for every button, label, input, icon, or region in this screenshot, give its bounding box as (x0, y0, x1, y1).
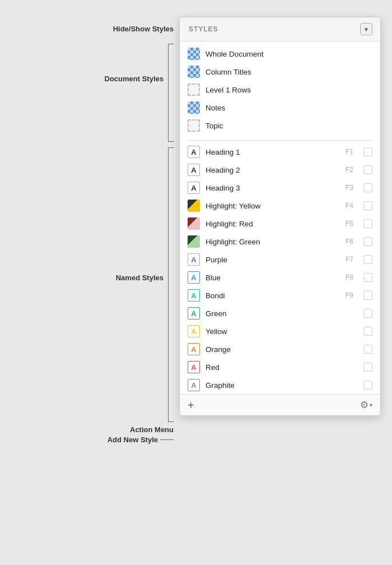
orange-label: Orange (206, 345, 348, 354)
list-item[interactable]: Highlight: Red F5 (180, 215, 380, 233)
list-item[interactable]: A Graphite (180, 376, 380, 394)
red-highlight-icon (188, 217, 200, 230)
highlight-red-checkbox[interactable] (363, 219, 372, 228)
action-menu-label: Action Menu (130, 425, 174, 434)
panel-title: STYLES (189, 25, 218, 33)
blue-checker-icon (188, 66, 200, 78)
highlight-green-shortcut: F6 (346, 238, 353, 246)
notes-icon (188, 101, 200, 114)
highlight-red-icon (188, 217, 200, 230)
bondi-label: Bondi (206, 291, 340, 300)
hide-show-annotation: Hide/Show Styles (67, 17, 179, 41)
yellow-style-icon: A (188, 325, 200, 337)
red-checkbox[interactable] (363, 363, 372, 372)
green-label: Green (206, 309, 348, 318)
heading3-shortcut: F3 (346, 184, 353, 192)
section-divider (188, 140, 372, 141)
add-icon: + (188, 399, 194, 411)
green-checkbox[interactable] (363, 309, 372, 318)
yellow-label: Yellow (206, 327, 348, 336)
list-item[interactable]: A Blue F8 (180, 268, 380, 286)
heading3-checkbox[interactable] (363, 183, 372, 192)
yellow-checkbox[interactable] (363, 327, 372, 336)
blue-checker-icon (188, 48, 200, 60)
list-item[interactable]: Level 1 Rows (180, 81, 380, 99)
purple-label: Purple (206, 256, 340, 264)
graphite-label: Graphite (206, 381, 348, 390)
panel-footer: + ⚙ ▾ (180, 394, 380, 415)
heading1-icon: A (188, 146, 200, 158)
column-titles-label: Column Titles (206, 68, 372, 76)
heading2-label: Heading 2 (206, 166, 340, 174)
heading1-label: Heading 1 (206, 148, 340, 156)
letter-a-gray-icon: A (188, 379, 200, 391)
list-item[interactable]: Column Titles (180, 63, 380, 81)
red-style-icon: A (188, 361, 200, 373)
letter-a-cyan-icon: A (188, 289, 200, 302)
highlight-green-label: Highlight: Green (206, 238, 340, 246)
list-item[interactable]: Highlight: Green F6 (180, 233, 380, 251)
blue-style-icon: A (188, 271, 200, 284)
list-item[interactable]: Notes (180, 99, 380, 117)
column-titles-icon (188, 66, 200, 78)
list-item[interactable]: A Heading 2 F2 (180, 161, 380, 179)
heading1-checkbox[interactable] (363, 147, 372, 156)
heading3-label: Heading 3 (206, 184, 340, 192)
blue-checker-icon (188, 101, 200, 114)
main-layout: Hide/Show Styles Document Styles Named S… (67, 17, 381, 444)
highlight-yellow-icon (188, 200, 200, 212)
letter-a-yellow-icon: A (188, 325, 200, 337)
bondi-style-icon: A (188, 289, 200, 302)
heading2-checkbox[interactable] (363, 165, 372, 174)
letter-a-icon: A (188, 182, 200, 194)
list-item[interactable]: A Bondi F9 (180, 286, 380, 304)
highlight-green-icon (188, 235, 200, 248)
bondi-shortcut: F9 (346, 291, 353, 299)
purple-checkbox[interactable] (363, 255, 372, 264)
add-new-style-label: Add New Style (108, 436, 158, 444)
highlight-green-checkbox[interactable] (363, 237, 372, 246)
heading2-shortcut: F2 (346, 166, 353, 174)
graphite-checkbox[interactable] (363, 381, 372, 390)
blue-checkbox[interactable] (363, 273, 372, 282)
graphite-style-icon: A (188, 379, 200, 391)
doc-styles-section: Whole Document Column Titles Level 1 Row… (180, 41, 380, 138)
list-item[interactable]: A Orange (180, 340, 380, 358)
list-item[interactable]: A Green (180, 304, 380, 322)
list-item[interactable]: A Heading 3 F3 (180, 179, 380, 197)
document-styles-label: Document Styles (105, 75, 164, 84)
purple-style-icon: A (188, 253, 200, 266)
letter-a-red-icon: A (188, 361, 200, 373)
gear-menu-button[interactable]: ⚙ ▾ (360, 399, 372, 411)
green-highlight-icon (188, 235, 200, 248)
list-item[interactable]: A Yellow (180, 322, 380, 340)
panel-dropdown-button[interactable]: ▼ (360, 23, 372, 35)
yellow-highlight-icon (188, 200, 200, 212)
list-item[interactable]: A Purple F7 (180, 251, 380, 268)
hide-show-label: Hide/Show Styles (113, 25, 174, 34)
letter-a-green-icon: A (188, 307, 200, 319)
whole-document-label: Whole Document (206, 50, 372, 58)
highlight-yellow-checkbox[interactable] (363, 201, 372, 210)
gray-dashed-icon (188, 84, 200, 96)
bondi-checkbox[interactable] (363, 291, 372, 300)
topic-icon (188, 119, 200, 132)
list-item[interactable]: Whole Document (180, 45, 380, 63)
panel-header: STYLES ▼ (180, 17, 380, 41)
letter-a-orange-icon: A (188, 343, 200, 355)
list-item[interactable]: A Red (180, 358, 380, 376)
annotations-column: Hide/Show Styles Document Styles Named S… (67, 17, 179, 444)
list-item[interactable]: A Heading 1 F1 (180, 143, 380, 161)
letter-a-icon: A (188, 164, 200, 176)
gray-dashed-icon (188, 119, 200, 132)
named-styles-label: Named Styles (116, 274, 164, 282)
heading1-shortcut: F1 (346, 148, 353, 156)
list-item[interactable]: Highlight: Yellow F4 (180, 197, 380, 215)
purple-shortcut: F7 (346, 256, 353, 263)
add-new-style-button[interactable]: + (188, 400, 194, 411)
orange-checkbox[interactable] (363, 345, 372, 354)
level-rows-icon (188, 84, 200, 96)
highlight-red-shortcut: F5 (346, 220, 353, 228)
list-item[interactable]: Topic (180, 117, 380, 135)
heading3-icon: A (188, 182, 200, 194)
